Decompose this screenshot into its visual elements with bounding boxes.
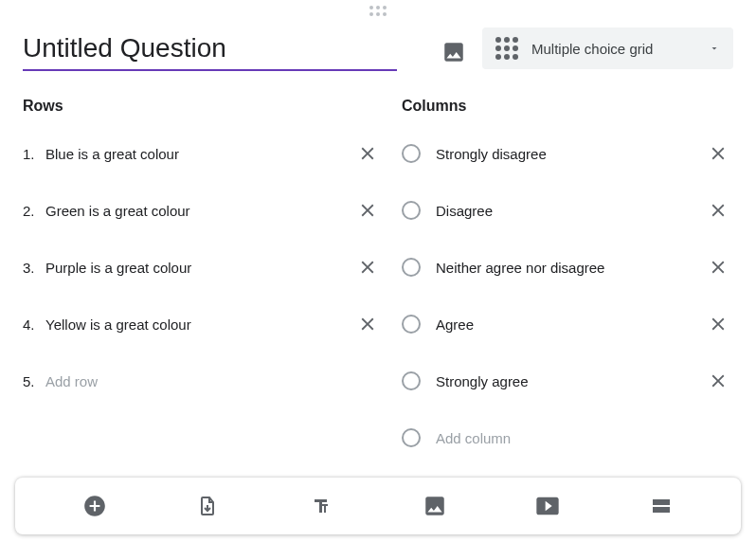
drag-handle-icon: [369, 6, 387, 16]
row-number: 1.: [23, 146, 45, 162]
add-row[interactable]: 5. Add row: [23, 359, 383, 403]
columns-heading: Columns: [402, 98, 733, 115]
question-type-label: Multiple choice grid: [531, 41, 695, 57]
remove-column-button[interactable]: [703, 200, 733, 221]
remove-row-button[interactable]: [352, 314, 383, 334]
import-questions-button[interactable]: [194, 493, 221, 519]
row-item: 4. Yellow is a great colour: [23, 302, 383, 346]
row-label-input[interactable]: Green is a great colour: [45, 203, 352, 219]
radio-icon: [402, 371, 421, 390]
text-tt-icon: [310, 495, 333, 517]
question-type-dropdown[interactable]: Multiple choice grid: [482, 27, 733, 69]
row-number: 4.: [23, 316, 45, 333]
add-row-placeholder: Add row: [45, 373, 383, 389]
close-icon: [708, 370, 729, 391]
question-title-input[interactable]: [23, 27, 397, 71]
row-number: 5.: [23, 373, 45, 389]
remove-column-button[interactable]: [703, 314, 733, 334]
close-icon: [708, 200, 729, 221]
close-icon: [708, 257, 729, 278]
radio-icon: [402, 428, 421, 447]
remove-row-button[interactable]: [352, 200, 383, 221]
column-item: Strongly agree: [402, 359, 733, 403]
add-image-button[interactable]: [441, 39, 467, 65]
add-title-button[interactable]: [308, 493, 334, 519]
column-item: Disagree: [402, 189, 733, 232]
remove-column-button[interactable]: [703, 370, 733, 391]
section-icon: [650, 495, 673, 517]
column-item: Strongly disagree: [402, 132, 733, 175]
radio-icon: [402, 315, 421, 334]
add-column-placeholder: Add column: [436, 430, 733, 446]
import-file-icon: [196, 495, 219, 517]
close-icon: [357, 257, 378, 278]
add-section-button[interactable]: [648, 493, 675, 519]
radio-icon: [402, 258, 421, 277]
close-icon: [708, 143, 729, 164]
row-item: 3. Purple is a great colour: [23, 245, 383, 289]
add-column[interactable]: Add column: [402, 416, 733, 460]
video-icon: [534, 493, 561, 519]
close-icon: [357, 200, 378, 221]
floating-toolbar: [15, 478, 741, 534]
remove-row-button[interactable]: [352, 257, 383, 278]
remove-column-button[interactable]: [703, 143, 733, 164]
remove-row-button[interactable]: [352, 143, 383, 164]
column-label-input[interactable]: Agree: [436, 316, 703, 333]
rows-heading: Rows: [23, 98, 383, 115]
row-number: 3.: [23, 260, 45, 276]
radio-icon: [402, 144, 421, 163]
radio-icon: [402, 201, 421, 220]
grid-icon: [495, 37, 518, 60]
image-icon: [441, 40, 466, 64]
close-icon: [708, 314, 729, 334]
column-item: Agree: [402, 302, 733, 346]
row-label-input[interactable]: Blue is a great colour: [45, 146, 352, 162]
add-image-toolbar-button[interactable]: [422, 493, 448, 519]
column-label-input[interactable]: Strongly disagree: [436, 146, 703, 162]
column-label-input[interactable]: Disagree: [436, 203, 703, 219]
row-label-input[interactable]: Yellow is a great colour: [45, 316, 352, 333]
chevron-down-icon: [709, 43, 720, 54]
add-circle-icon: [82, 494, 107, 518]
row-item: 2. Green is a great colour: [23, 189, 383, 232]
column-label-input[interactable]: Strongly agree: [436, 373, 703, 389]
add-question-button[interactable]: [81, 493, 108, 519]
column-item: Neither agree nor disagree: [402, 245, 733, 289]
close-icon: [357, 143, 378, 164]
close-icon: [357, 314, 378, 334]
remove-column-button[interactable]: [703, 257, 733, 278]
row-item: 1. Blue is a great colour: [23, 132, 383, 175]
row-number: 2.: [23, 203, 45, 219]
row-label-input[interactable]: Purple is a great colour: [45, 260, 352, 276]
column-label-input[interactable]: Neither agree nor disagree: [436, 260, 703, 276]
drag-handle[interactable]: [0, 0, 756, 22]
add-video-button[interactable]: [534, 493, 561, 519]
image-icon: [423, 494, 447, 518]
